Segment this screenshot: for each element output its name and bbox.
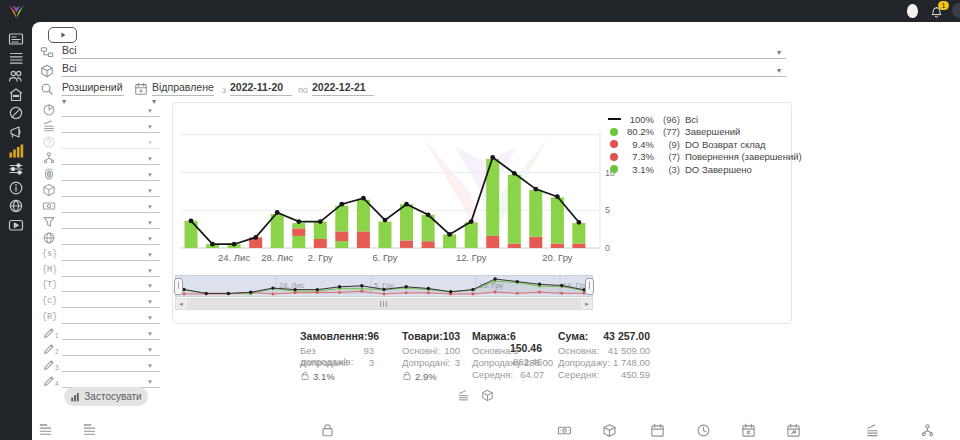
calendar-icon[interactable] [650, 423, 665, 438]
filter-select[interactable] [62, 342, 160, 356]
info-icon[interactable] [8, 180, 24, 196]
sliders-icon[interactable] [8, 161, 24, 177]
upsell-badge: 3.1% [300, 370, 374, 383]
bag-icon[interactable] [320, 423, 335, 438]
stat-title-value: 43 257.00 [603, 330, 650, 345]
filter-select[interactable] [62, 183, 160, 197]
date-field-select[interactable]: Відправлене ▾ [152, 81, 214, 96]
dot-swatch-icon [607, 165, 621, 173]
filter-select[interactable] [62, 231, 160, 245]
users-icon[interactable] [8, 68, 24, 84]
filter-select[interactable] [62, 263, 160, 277]
stat-sub-row: Допродані:3 [300, 357, 374, 369]
calendar-b-icon[interactable] [741, 423, 756, 438]
legend-percent: 100% [624, 114, 654, 125]
chevron-down-icon: ▾ [148, 202, 152, 211]
scrollbar-thumb[interactable] [187, 299, 581, 309]
legend-percent: 9.4% [624, 139, 654, 150]
package-icon [42, 183, 56, 197]
svg-text:12. Гру: 12. Гру [456, 252, 487, 263]
search-mode-select[interactable]: Розширений ▾ [62, 81, 124, 96]
navigator-handle-left[interactable] [174, 278, 183, 295]
product-select[interactable]: Всі [62, 62, 786, 77]
chevron-down-icon: ▾ [777, 48, 781, 57]
filter-select[interactable] [62, 247, 160, 261]
apply-button[interactable]: Застосувати [64, 387, 148, 406]
avatar[interactable] [907, 4, 918, 18]
filter-select[interactable] [62, 310, 160, 324]
filter-select[interactable] [62, 278, 160, 292]
filter-select[interactable] [62, 135, 160, 149]
chart-navigator[interactable]: 28. Лис5. Гру13. Гру19. Гру [175, 275, 593, 297]
banknote-icon[interactable] [557, 423, 572, 438]
navigator-scrollbar[interactable]: ◄ ► [175, 298, 593, 310]
filter-select[interactable] [62, 103, 160, 117]
clock-icon[interactable] [696, 423, 711, 438]
legend-label: DO Возврат склад [685, 139, 766, 150]
stat-sub-label: Середня: [558, 369, 599, 381]
search-icon[interactable] [40, 82, 54, 96]
gesture-icon[interactable] [8, 105, 24, 121]
legend-item[interactable]: 3.1%(3)DO Завершено [607, 163, 802, 176]
pencil-icon: 2 [42, 342, 56, 356]
store-icon[interactable] [8, 87, 24, 103]
upsell-badge: 2.9% [402, 370, 460, 383]
stat-sub-row: Основні:100 [402, 345, 460, 357]
megaphone-icon[interactable] [8, 124, 24, 140]
bar-chart-icon [70, 392, 80, 402]
globe-icon[interactable] [8, 198, 24, 214]
filter-select[interactable] [62, 215, 160, 229]
stat-sub-row: Допродані:3 [402, 357, 460, 369]
pipeline-select[interactable]: Всі [62, 44, 786, 59]
package-icon[interactable] [602, 423, 617, 438]
filter-select[interactable] [62, 294, 160, 308]
app-logo-icon[interactable] [6, 3, 27, 20]
svg-text:6. Гру: 6. Гру [372, 252, 397, 263]
profile-circle[interactable] [952, 3, 960, 18]
chevron-down-icon: ▾ [148, 377, 152, 386]
layers-icon [42, 119, 56, 133]
tour-play-button[interactable] [48, 27, 77, 43]
notification-badge: 1 [938, 1, 949, 10]
filter-select[interactable] [62, 358, 160, 372]
orders-chart[interactable]: 051024. Лис28. Лис2. Гру6. Гру12. Гру20.… [173, 103, 623, 271]
svg-text:2. Гру: 2. Гру [308, 252, 333, 263]
svg-text:28. Лис: 28. Лис [261, 252, 293, 263]
legend-item[interactable]: 80.2%(77)Завершений [607, 126, 802, 139]
funnel-stage-icon [40, 46, 54, 60]
video-icon[interactable] [8, 217, 24, 233]
product-box-icon [40, 64, 54, 78]
filter-select[interactable] [62, 199, 160, 213]
filter-select[interactable] [62, 119, 160, 133]
svg-text:5: 5 [605, 205, 610, 215]
layers-icon[interactable] [865, 423, 880, 438]
dashboard-card-icon[interactable] [8, 31, 24, 47]
upsell-percent: 2.9% [415, 371, 437, 382]
stat-column: Маржа:6 150.46Основна:5 862.46Допродажу:… [472, 330, 544, 381]
calendar-export-icon[interactable] [786, 423, 801, 438]
legend-item[interactable]: 100%(96)Всі [607, 113, 802, 126]
filter-select[interactable] [62, 326, 160, 340]
filter-select[interactable] [62, 151, 160, 165]
legend-item[interactable]: 9.4%(9)DO Возврат склад [607, 138, 802, 151]
analytics-icon[interactable] [8, 143, 24, 159]
id-list-icon[interactable] [82, 423, 97, 438]
stat-sub-row: Допродажу:288.00 [472, 357, 544, 369]
id-list-icon[interactable] [38, 423, 53, 438]
scroll-right-button[interactable]: ► [582, 299, 592, 309]
stat-sub-row: Без допродажів:93 [300, 345, 374, 357]
brace-icon: {s} [42, 247, 60, 261]
stat-title: Сума:43 257.00 [558, 330, 650, 345]
orders-list-icon[interactable] [8, 50, 24, 66]
chevron-down-icon: ▾ [148, 266, 152, 275]
navigator-handle-right[interactable] [585, 278, 594, 295]
legend-item[interactable]: 7.3%(7)Повернення (завершений) [607, 151, 802, 164]
layers-icon[interactable] [457, 389, 470, 402]
scroll-left-button[interactable]: ◄ [176, 299, 186, 309]
date-from-input[interactable]: 2022-11-20 [230, 81, 292, 96]
hierarchy-icon[interactable] [920, 423, 935, 438]
date-to-input[interactable]: 2022-12-21 [312, 81, 374, 96]
filter-select[interactable] [62, 167, 160, 181]
package-icon[interactable] [481, 389, 494, 402]
stat-sub-value: 1 748.00 [613, 357, 650, 369]
